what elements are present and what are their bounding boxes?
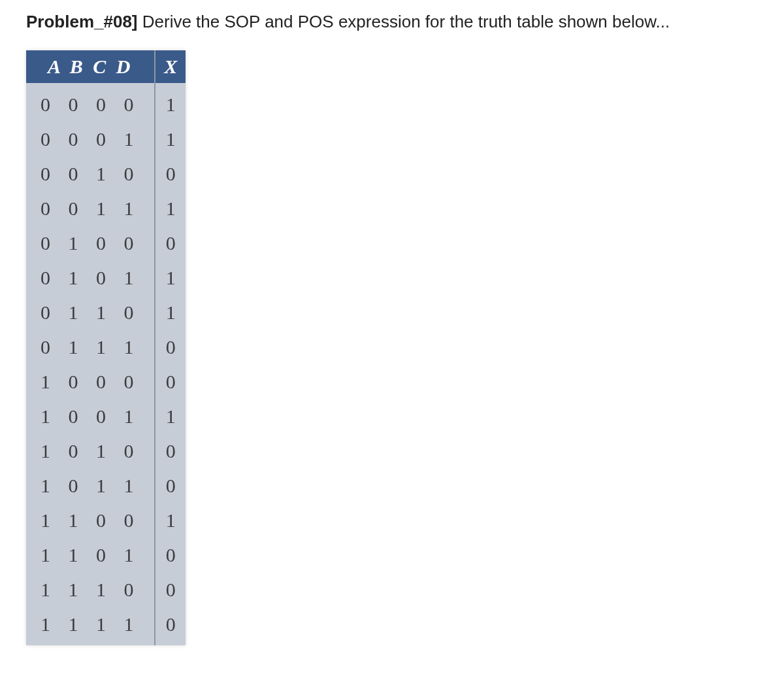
header-inputs: A B C D	[26, 50, 155, 83]
cell-inputs: 1 1 1 1	[26, 607, 155, 645]
cell-output: 1	[155, 260, 186, 295]
cell-output: 0	[155, 364, 186, 399]
cell-output: 0	[155, 468, 186, 503]
table-row: 1 1 0 10	[26, 537, 186, 572]
problem-text: Derive the SOP and POS expression for th…	[142, 12, 670, 31]
table-row: 1 1 1 00	[26, 572, 186, 607]
table-row: 0 0 1 00	[26, 156, 186, 191]
table-row: 1 0 1 00	[26, 433, 186, 468]
cell-inputs: 1 1 0 1	[26, 537, 155, 572]
table-row: 1 0 0 11	[26, 399, 186, 433]
table-row: 0 0 1 11	[26, 191, 186, 226]
table-row: 0 0 0 11	[26, 122, 186, 156]
problem-label: Problem_#08]	[26, 12, 138, 31]
cell-inputs: 1 0 0 1	[26, 399, 155, 433]
cell-output: 0	[155, 433, 186, 468]
table-row: 0 0 0 01	[26, 83, 186, 122]
header-output: X	[155, 50, 186, 83]
table-row: 0 1 1 01	[26, 295, 186, 330]
cell-inputs: 1 1 0 0	[26, 503, 155, 537]
truth-table-body: 0 0 0 010 0 0 110 0 1 000 0 1 110 1 0 00…	[26, 83, 186, 645]
cell-output: 0	[155, 607, 186, 645]
table-row: 0 1 0 11	[26, 260, 186, 295]
cell-inputs: 1 0 1 1	[26, 468, 155, 503]
table-row: 0 1 1 10	[26, 330, 186, 364]
cell-output: 0	[155, 226, 186, 260]
cell-inputs: 0 1 1 0	[26, 295, 155, 330]
cell-output: 1	[155, 503, 186, 537]
cell-inputs: 0 1 0 1	[26, 260, 155, 295]
cell-inputs: 0 1 0 0	[26, 226, 155, 260]
cell-inputs: 0 0 0 1	[26, 122, 155, 156]
cell-inputs: 1 0 1 0	[26, 433, 155, 468]
cell-output: 0	[155, 572, 186, 607]
cell-inputs: 1 1 1 0	[26, 572, 155, 607]
table-row: 1 0 1 10	[26, 468, 186, 503]
cell-output: 1	[155, 295, 186, 330]
cell-inputs: 1 0 0 0	[26, 364, 155, 399]
cell-output: 1	[155, 83, 186, 122]
cell-inputs: 0 0 1 1	[26, 191, 155, 226]
cell-output: 0	[155, 330, 186, 364]
cell-inputs: 0 0 0 0	[26, 83, 155, 122]
problem-statement: Problem_#08] Derive the SOP and POS expr…	[26, 12, 758, 32]
cell-inputs: 0 0 1 0	[26, 156, 155, 191]
cell-output: 0	[155, 537, 186, 572]
cell-output: 1	[155, 399, 186, 433]
cell-output: 0	[155, 156, 186, 191]
cell-output: 1	[155, 191, 186, 226]
table-row: 1 1 1 10	[26, 607, 186, 645]
truth-table: A B C D X 0 0 0 010 0 0 110 0 1 000 0 1 …	[26, 50, 186, 645]
table-row: 0 1 0 00	[26, 226, 186, 260]
table-row: 1 0 0 00	[26, 364, 186, 399]
table-row: 1 1 0 01	[26, 503, 186, 537]
cell-output: 1	[155, 122, 186, 156]
cell-inputs: 0 1 1 1	[26, 330, 155, 364]
